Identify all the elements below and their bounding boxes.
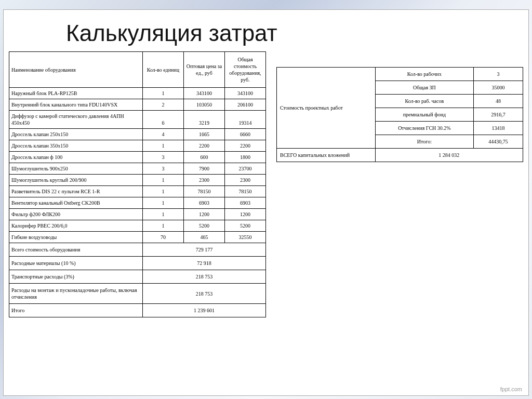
cell-name: Дроссель клапан ф 100 <box>9 152 143 163</box>
table-row: Внутренний блок канального типа FDU140VS… <box>9 99 266 111</box>
cell-name: Вентилятор канальный Ostberg CK200B <box>9 197 143 209</box>
cell-total: 6903 <box>224 197 265 209</box>
table-row: Дроссель клапан 250х150416656660 <box>9 129 266 140</box>
cell-qty: 1 <box>142 220 183 232</box>
cell-name: Диффузор с камерой статического давления… <box>9 111 143 129</box>
summary-row: Расходы на монтаж и пусконаладочные рабо… <box>9 284 266 304</box>
cell-total: 1800 <box>224 152 265 163</box>
summary-label: Всего стоимость оборудования <box>9 243 143 257</box>
table-row: Шумоглушитель круглый 200/900123002300 <box>9 175 266 186</box>
cell-qty: 4 <box>142 129 183 140</box>
group-label: Стоимость проектных работ <box>277 68 376 149</box>
table-row: Гибкие воздуховоды7046532550 <box>9 232 266 243</box>
cost-value: 48 <box>474 95 523 108</box>
cell-name: Внутренний блок канального типа FDU140VS… <box>9 99 143 111</box>
cell-qty: 1 <box>142 197 183 209</box>
footer-brand: fppt.com <box>500 386 522 392</box>
cost-value: 3 <box>474 68 523 81</box>
summary-row: Расходные материалы (10 %)72 918 <box>9 257 266 270</box>
cell-price: 6903 <box>183 197 224 209</box>
col-name: Наименование оборудования <box>9 52 143 88</box>
cell-qty: 1 <box>142 88 183 99</box>
summary-label: Расходные материалы (10 %) <box>9 257 143 270</box>
cell-qty: 2 <box>142 99 183 111</box>
cell-qty: 1 <box>142 140 183 152</box>
table-row: Вентилятор канальный Ostberg CK200B16903… <box>9 197 266 209</box>
cell-name: Гибкие воздуховоды <box>9 232 143 243</box>
cell-price: 1665 <box>183 129 224 140</box>
cell-price: 1200 <box>183 209 224 220</box>
cell-price: 7900 <box>183 163 224 175</box>
project-cost-table: Стоимость проектных работКол-во рабочих3… <box>276 67 523 162</box>
summary-value: 729 177 <box>142 243 265 257</box>
cost-value: 2916,7 <box>474 108 523 122</box>
slide-title: Калькуляция затрат <box>4 10 528 51</box>
cell-qty: 3 <box>142 152 183 163</box>
cell-price: 103050 <box>183 99 224 111</box>
cost-value: 13418 <box>474 122 523 135</box>
cost-label: премиальный фонд <box>375 108 474 122</box>
cell-price: 3219 <box>183 111 224 129</box>
summary-row: Итого1 239 601 <box>9 304 266 317</box>
cost-row: Стоимость проектных работКол-во рабочих3 <box>277 68 523 81</box>
cost-value: 44430,75 <box>474 135 523 149</box>
cell-total: 206100 <box>224 99 265 111</box>
cell-price: 2300 <box>183 175 224 186</box>
cell-qty: 1 <box>142 186 183 197</box>
summary-value: 72 918 <box>142 257 265 270</box>
table-row: Фильтр ф200 ФЛК200112001200 <box>9 209 266 220</box>
cell-name: Разветвитель DIS 22 с пультом RCE 1-R <box>9 186 143 197</box>
equipment-table: Наименование оборудования Кол-во единиц … <box>9 51 266 317</box>
table-row: Шумоглушитель 900х2503790023700 <box>9 163 266 175</box>
table-row: Дроссель клапан ф 10036001800 <box>9 152 266 163</box>
summary-value: 218 753 <box>142 284 265 304</box>
table-row: Разветвитель DIS 22 с пультом RCE 1-R178… <box>9 186 266 197</box>
table-row: Дроссель клапан 350х150122002200 <box>9 140 266 152</box>
cost-label: Кол-во раб. часов <box>375 95 474 108</box>
col-qty: Кол-во единиц <box>142 52 183 88</box>
summary-label: Расходы на монтаж и пусконаладочные рабо… <box>9 284 143 304</box>
table-row: Калорифер PBEC 200/6,0152005200 <box>9 220 266 232</box>
cost-label: Отчисления ГСН 30.2% <box>375 122 474 135</box>
cell-total: 5200 <box>224 220 265 232</box>
summary-label: Итого <box>9 304 143 317</box>
cell-qty: 1 <box>142 209 183 220</box>
cell-price: 465 <box>183 232 224 243</box>
cell-price: 600 <box>183 152 224 163</box>
summary-row: Всего стоимость оборудования729 177 <box>9 243 266 257</box>
cell-price: 2200 <box>183 140 224 152</box>
cell-total: 23700 <box>224 163 265 175</box>
cell-total: 6660 <box>224 129 265 140</box>
cost-value: 35000 <box>474 81 523 95</box>
cell-total: 19314 <box>224 111 265 129</box>
table-row: Наружный блок PLA-RP125B1343100343100 <box>9 88 266 99</box>
cell-price: 5200 <box>183 220 224 232</box>
cell-qty: 70 <box>142 232 183 243</box>
cell-total: 78150 <box>224 186 265 197</box>
cell-name: Калорифер PBEC 200/6,0 <box>9 220 143 232</box>
cell-total: 1200 <box>224 209 265 220</box>
summary-value: 1 239 601 <box>142 304 265 317</box>
total-row: ВСЕГО капитальных вложений1 284 032 <box>277 149 523 162</box>
cell-name: Шумоглушитель 900х250 <box>9 163 143 175</box>
summary-value: 218 753 <box>142 270 265 284</box>
cell-total: 2200 <box>224 140 265 152</box>
cell-name: Наружный блок PLA-RP125B <box>9 88 143 99</box>
cell-name: Дроссель клапан 350х150 <box>9 140 143 152</box>
cell-qty: 1 <box>142 175 183 186</box>
summary-row: Транспортные расходы (3%)218 753 <box>9 270 266 284</box>
total-label: ВСЕГО капитальных вложений <box>277 149 376 162</box>
cell-price: 78150 <box>183 186 224 197</box>
cost-label: Кол-во рабочих <box>375 68 474 81</box>
cell-qty: 3 <box>142 163 183 175</box>
col-price: Оптовая цена за ед., руб <box>183 52 224 88</box>
total-value: 1 284 032 <box>375 149 523 162</box>
cell-total: 32550 <box>224 232 265 243</box>
cell-name: Шумоглушитель круглый 200/900 <box>9 175 143 186</box>
col-total: Общая стоимость оборудования, руб. <box>224 52 265 88</box>
table-row: Диффузор с камерой статического давления… <box>9 111 266 129</box>
cell-total: 2300 <box>224 175 265 186</box>
summary-label: Транспортные расходы (3%) <box>9 270 143 284</box>
cell-qty: 6 <box>142 111 183 129</box>
cell-price: 343100 <box>183 88 224 99</box>
